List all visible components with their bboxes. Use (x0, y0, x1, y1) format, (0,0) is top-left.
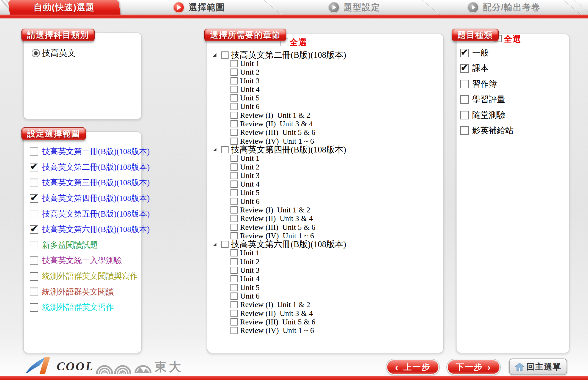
chapter-checkbox[interactable] (230, 103, 238, 110)
type-label[interactable]: 課本 (472, 63, 489, 74)
range-label[interactable]: 技高英文第三冊(B版)(108版本) (42, 177, 150, 188)
range-label[interactable]: 統測外語群英文習作 (42, 302, 114, 313)
chapter-checkbox[interactable] (230, 318, 238, 326)
tab-question-type-setting[interactable]: 題型設定 (328, 2, 380, 13)
chapter-checkbox[interactable] (230, 189, 238, 196)
chapter-label[interactable]: Review (II) Unit 3 & 4 (240, 309, 313, 318)
chapter-label[interactable]: Review (IV) Unit 1 ~ 6 (240, 326, 314, 335)
type-checkbox[interactable] (460, 111, 469, 119)
chapter-label[interactable]: Unit 1 (240, 154, 260, 163)
chapter-label[interactable]: Unit 2 (240, 257, 260, 266)
chapter-checkbox[interactable] (230, 69, 238, 76)
range-checkbox[interactable] (30, 210, 38, 218)
chapter-label[interactable]: Unit 4 (240, 85, 260, 94)
range-label[interactable]: 技高英文統一入學測驗 (42, 255, 122, 266)
range-checkbox[interactable] (30, 147, 38, 156)
chapter-checkbox[interactable] (230, 267, 238, 274)
chapter-label[interactable]: Unit 5 (240, 283, 260, 292)
chapter-label[interactable]: Review (II) Unit 3 & 4 (240, 214, 313, 223)
chapter-checkbox[interactable] (230, 292, 238, 300)
chapter-label[interactable]: Unit 3 (240, 171, 260, 180)
range-label[interactable]: 統測外語群英文閱讀 (42, 286, 114, 297)
chapter-checkbox[interactable] (230, 77, 238, 84)
chapter-label[interactable]: Unit 5 (240, 94, 260, 102)
chapter-label[interactable]: Review (I) Unit 1 & 2 (240, 111, 310, 120)
range-label[interactable]: 技高英文第五冊(B版)(108版本) (42, 209, 150, 220)
type-label[interactable]: 習作簿 (472, 78, 497, 90)
back-to-main-menu-button[interactable]: 回主選單 (509, 359, 567, 375)
tab-select-range[interactable]: 選擇範圍 (173, 2, 225, 13)
chapter-checkbox[interactable] (230, 120, 238, 127)
chapter-checkbox[interactable] (230, 198, 238, 205)
range-checkbox[interactable] (30, 163, 38, 171)
range-label[interactable]: 技高英文第六冊(B版)(108版本) (42, 224, 150, 235)
chapter-checkbox[interactable] (230, 60, 238, 67)
chapter-label[interactable]: Unit 2 (240, 68, 260, 76)
chapter-checkbox[interactable] (230, 206, 238, 214)
subject-radio[interactable] (32, 49, 40, 57)
type-checkbox[interactable] (460, 126, 469, 135)
type-checkbox[interactable] (460, 49, 469, 57)
chapter-checkbox[interactable] (230, 232, 238, 239)
chapter-label[interactable]: Unit 6 (240, 197, 260, 206)
type-label[interactable]: 影英補給站 (472, 125, 513, 136)
chapter-checkbox[interactable] (221, 51, 229, 59)
subject-radio-label[interactable]: 技高英文 (42, 47, 76, 59)
chapter-label[interactable]: Review (III) Unit 5 & 6 (240, 223, 315, 232)
chapter-label[interactable]: Unit 2 (240, 163, 260, 171)
chapter-checkbox[interactable] (221, 241, 229, 248)
range-label[interactable]: 技高英文第一冊(B版)(108版本) (42, 146, 150, 157)
chapter-label[interactable]: Unit 6 (240, 102, 260, 111)
type-select-all-label[interactable]: 全選 (504, 34, 521, 45)
chapter-checkbox[interactable] (230, 258, 238, 265)
tab-score-output[interactable]: 配分/輸出考卷 (468, 2, 540, 13)
type-checkbox[interactable] (460, 64, 469, 73)
range-label[interactable]: 技高英文第四冊(B版)(108版本) (42, 193, 150, 204)
chapter-checkbox[interactable] (230, 301, 238, 308)
chapter-checkbox[interactable] (230, 155, 238, 162)
chapter-checkbox[interactable] (230, 129, 238, 136)
chapter-label[interactable]: Unit 4 (240, 274, 260, 283)
range-label[interactable]: 技高英文第二冊(B版)(108版本) (42, 162, 150, 173)
range-label[interactable]: 新多益閱讀試題 (42, 240, 98, 251)
tab-auto-quick-select[interactable]: 自動(快速)選題 (8, 0, 120, 15)
chapter-label[interactable]: Review (II) Unit 3 & 4 (240, 119, 313, 128)
range-checkbox[interactable] (30, 241, 38, 249)
range-label[interactable]: 統測外語群英文閱讀與寫作 (42, 271, 138, 282)
chapter-checkbox[interactable] (230, 284, 238, 291)
chapter-checkbox[interactable] (230, 181, 238, 188)
chapter-checkbox[interactable] (230, 275, 238, 282)
chapter-checkbox[interactable] (230, 163, 238, 171)
range-checkbox[interactable] (30, 225, 38, 234)
chapter-label[interactable]: Review (III) Unit 5 & 6 (240, 128, 315, 137)
chapter-label[interactable]: Review (III) Unit 5 & 6 (240, 318, 315, 326)
tree-expander-icon[interactable] (213, 148, 216, 151)
chapter-label[interactable]: Unit 5 (240, 188, 260, 197)
range-checkbox[interactable] (30, 179, 38, 187)
chapter-checkbox[interactable] (230, 249, 238, 256)
chapter-checkbox[interactable] (230, 172, 238, 179)
range-checkbox[interactable] (30, 288, 38, 296)
range-checkbox[interactable] (30, 256, 38, 265)
tree-expander-icon[interactable] (213, 243, 216, 246)
prev-step-button[interactable]: ‹ 上一步 (386, 359, 439, 375)
range-checkbox[interactable] (30, 272, 38, 281)
chapter-checkbox[interactable] (230, 310, 238, 317)
chapter-checkbox[interactable] (230, 112, 238, 119)
chapter-checkbox[interactable] (230, 215, 238, 222)
type-label[interactable]: 學習評量 (472, 94, 505, 105)
next-step-button[interactable]: 下一步 › (447, 359, 500, 375)
chapter-label[interactable]: Unit 3 (240, 266, 260, 275)
type-label[interactable]: 一般 (472, 47, 489, 59)
chapter-label[interactable]: Review (I) Unit 1 & 2 (240, 300, 310, 309)
chapter-checkbox[interactable] (230, 327, 238, 334)
chapter-select-all-label[interactable]: 全選 (290, 37, 307, 48)
type-checkbox[interactable] (460, 80, 469, 88)
chapter-label[interactable]: Unit 4 (240, 180, 260, 188)
chapter-checkbox[interactable] (230, 94, 238, 102)
range-checkbox[interactable] (30, 303, 38, 312)
chapter-label[interactable]: Unit 6 (240, 292, 260, 300)
chapter-label[interactable]: Review (I) Unit 1 & 2 (240, 206, 310, 214)
chapter-checkbox[interactable] (221, 146, 229, 153)
chapter-checkbox[interactable] (230, 86, 238, 93)
